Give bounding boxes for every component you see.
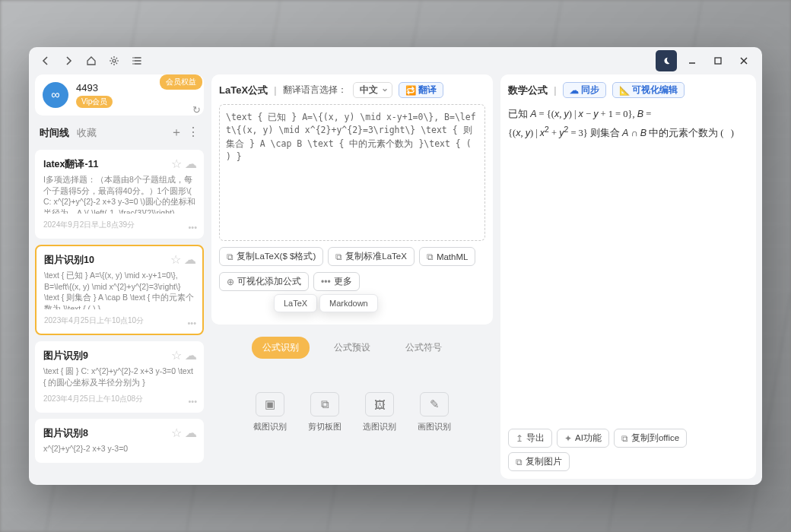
sidebar-tabs: 时间线 收藏 ＋ ⋮ <box>35 122 204 144</box>
dots-icon: ••• <box>321 277 331 287</box>
item-more-icon[interactable]: ••• <box>188 397 197 406</box>
home-button[interactable] <box>82 52 100 70</box>
center-column: LaTeX公式 | 翻译语言选择： 中文 🔁翻译 \text { 已知 } A=… <box>211 74 493 479</box>
timeline-item[interactable]: ☆ ☁ 图片识别9 \text { 圆 } C: x^{2}+y^{2}-2 x… <box>35 341 204 413</box>
ai-button[interactable]: ✦AI功能 <box>557 429 609 448</box>
timeline-item-date: 2023年4月25日上午10点08分 <box>43 394 195 404</box>
timeline-item-body: I多项选择题：（本题由8个子题组成，每个子题得5分，最高得40分。）1个圆形\(… <box>43 174 195 214</box>
tool-grid: ▣截图识别 ⧉剪切板图 🖼选图识别 ✎画图识别 <box>211 392 493 432</box>
tool-select-image[interactable]: 🖼选图识别 <box>363 392 396 432</box>
item-more-icon[interactable]: ••• <box>187 318 196 328</box>
nav-forward[interactable] <box>59 52 78 70</box>
member-rights-button[interactable]: 会员权益 <box>160 74 202 90</box>
nav-back[interactable] <box>37 52 55 70</box>
math-render: 已知 A = {(x, y) | x − y + 1 = 0}, B = {(x… <box>508 106 748 141</box>
timeline-item[interactable]: ☆ ☁ 图片识别8 x^{2}+y^{2}-2 x+3 y-3=0 <box>35 419 204 463</box>
pencil-icon: ✎ <box>420 392 449 416</box>
cloud-icon[interactable]: ☁ <box>185 426 197 440</box>
close-button[interactable] <box>733 50 754 71</box>
timeline-item[interactable]: ☆ ☁ 图片识别10 \text { 已知 } A=\{(x, y) \mid … <box>35 245 204 335</box>
export-button[interactable]: ↥导出 <box>508 429 552 448</box>
tool-draw[interactable]: ✎画图识别 <box>418 392 451 432</box>
svg-point-0 <box>113 59 116 62</box>
cloud-icon: ☁ <box>570 85 579 96</box>
right-panel: 数学公式 | ☁同步 📐可视化编辑 已知 A = {(x, y) | x − y… <box>500 74 756 479</box>
svg-rect-1 <box>715 58 721 64</box>
copy-icon: ⧉ <box>427 252 434 262</box>
dark-mode-toggle[interactable] <box>656 50 677 71</box>
plus-icon: ⊕ <box>227 277 234 287</box>
star-icon[interactable]: ☆ <box>170 252 181 267</box>
more-icon[interactable]: ⋮ <box>187 125 199 141</box>
minimize-button[interactable] <box>681 50 703 71</box>
cloud-icon[interactable]: ☁ <box>184 252 196 267</box>
list-button[interactable] <box>128 52 146 70</box>
copy-office-button[interactable]: ⧉复制到office <box>614 429 687 448</box>
mode-tabs: 公式识别 公式预设 公式符号 <box>211 337 493 359</box>
math-heading: 数学公式 <box>508 84 548 97</box>
latex-input[interactable]: \text { 已知 } A=\{(x, y) \mid x-y+1=0\}, … <box>219 104 485 241</box>
timeline-item-body: x^{2}+y^{2}-2 x+3 y-3=0 <box>43 443 195 454</box>
mode-preset[interactable]: 公式预设 <box>323 337 381 359</box>
clipboard-icon: ⧉ <box>310 392 339 416</box>
timeline-item-body: \text { 已知 } A=\{(x, y) \mid x-y+1=0\}, … <box>44 270 195 309</box>
visual-edit-button[interactable]: 📐可视化编辑 <box>612 82 685 98</box>
profile-card: ∞ 4493 Vip会员 会员权益 ↻ <box>35 74 204 116</box>
latex-panel: LaTeX公式 | 翻译语言选择： 中文 🔁翻译 \text { 已知 } A=… <box>211 74 493 325</box>
timeline-list: ☆ ☁ latex翻译-11 I多项选择题：（本题由8个子题组成，每个子题得5分… <box>35 150 204 479</box>
add-formula-button[interactable]: ⊕可视化添加公式 <box>219 272 309 291</box>
star-icon[interactable]: ☆ <box>171 157 182 171</box>
copy-latex-dollar-button[interactable]: ⧉复制LaTeX($ $格式) <box>219 247 323 266</box>
settings-button[interactable] <box>105 52 123 70</box>
maximize-button[interactable] <box>707 50 729 71</box>
mathml-button[interactable]: ⧉MathML <box>419 247 476 266</box>
tool-screenshot[interactable]: ▣截图识别 <box>253 392 287 432</box>
latex-heading: LaTeX公式 <box>219 84 268 97</box>
translate-button[interactable]: 🔁翻译 <box>399 82 443 98</box>
upload-icon: ↥ <box>516 433 523 444</box>
copy-image-button[interactable]: ⧉复制图片 <box>508 452 570 471</box>
item-more-icon[interactable]: ••• <box>188 223 197 232</box>
sparkle-icon: ✦ <box>564 433 572 444</box>
timeline-item-body: \text { 圆 } C: x^{2}+y^{2}-2 x+3 y-3=0 \… <box>43 366 195 388</box>
timeline-item-date: 2024年9月2日早上8点39分 <box>43 220 195 230</box>
popup-latex[interactable]: LaTeX <box>274 294 317 312</box>
cloud-icon[interactable]: ☁ <box>185 157 197 171</box>
cloud-icon[interactable]: ☁ <box>185 348 197 363</box>
app-window: ∞ 4493 Vip会员 会员权益 ↻ 时间线 收藏 ＋ ⋮ ☆ ☁ latex… <box>29 47 762 485</box>
more-button[interactable]: •••更多 <box>313 272 360 291</box>
edit-icon: 📐 <box>619 85 630 96</box>
copy-standard-latex-button[interactable]: ⧉复制标准LaTeX <box>328 247 415 266</box>
mode-symbol[interactable]: 公式符号 <box>395 337 453 359</box>
add-icon[interactable]: ＋ <box>170 125 183 141</box>
tool-clipboard[interactable]: ⧉剪切板图 <box>308 392 341 432</box>
screenshot-icon: ▣ <box>256 392 284 416</box>
username: 4493 <box>76 82 113 93</box>
titlebar <box>29 47 762 74</box>
image-icon: 🖼 <box>365 392 394 416</box>
popup-menu: LaTeX Markdown <box>219 294 485 317</box>
star-icon[interactable]: ☆ <box>171 348 182 363</box>
sidebar: ∞ 4493 Vip会员 会员权益 ↻ 时间线 收藏 ＋ ⋮ ☆ ☁ latex… <box>35 74 204 479</box>
lang-label: 翻译语言选择： <box>283 84 347 97</box>
timeline-item[interactable]: ☆ ☁ latex翻译-11 I多项选择题：（本题由8个子题组成，每个子题得5分… <box>35 150 204 239</box>
copy-icon: ⧉ <box>335 252 342 262</box>
copy-icon: ⧉ <box>227 252 233 262</box>
copy-icon: ⧉ <box>516 457 523 467</box>
translate-icon: 🔁 <box>405 85 416 96</box>
timeline-item-date: 2023年4月25日上午10点10分 <box>44 315 195 326</box>
star-icon[interactable]: ☆ <box>171 426 182 440</box>
lang-select[interactable]: 中文 <box>353 82 392 98</box>
vip-badge: Vip会员 <box>76 96 113 108</box>
popup-markdown[interactable]: Markdown <box>319 294 378 312</box>
avatar[interactable]: ∞ <box>43 82 68 108</box>
tab-favorites[interactable]: 收藏 <box>77 126 97 140</box>
copy-icon: ⧉ <box>621 433 628 444</box>
tab-timeline[interactable]: 时间线 <box>40 126 69 140</box>
sync-button[interactable]: ☁同步 <box>563 82 606 98</box>
mode-recognize[interactable]: 公式识别 <box>252 337 310 359</box>
refresh-icon[interactable]: ↻ <box>192 104 201 116</box>
